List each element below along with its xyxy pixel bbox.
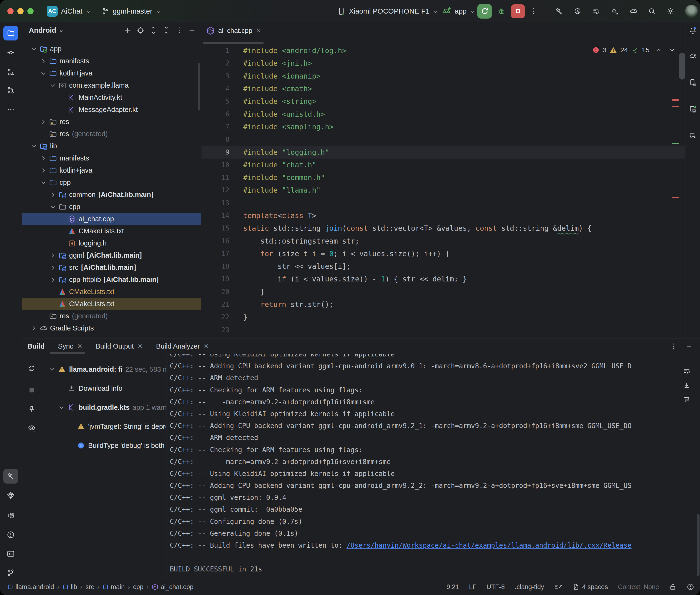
- tree-item[interactable]: res: [22, 116, 201, 128]
- zoom-window-button[interactable]: [27, 8, 34, 14]
- settings-button[interactable]: [666, 7, 674, 15]
- build-tab-build-analyzer[interactable]: Build Analyzer✕: [156, 342, 209, 350]
- prev-problem-icon[interactable]: [655, 47, 662, 54]
- breadcrumb-src[interactable]: src: [85, 583, 94, 591]
- line-number[interactable]: 2: [201, 59, 239, 67]
- chev-d-icon[interactable]: [39, 178, 48, 187]
- build-tree-item[interactable]: llama.android: fi22 sec, 583 ms: [43, 360, 166, 379]
- editor-scrollbar[interactable]: [679, 53, 685, 80]
- build-output-path-link[interactable]: /Users/hanyin/Workspace/ai-chat/examples…: [346, 541, 632, 549]
- tree-item[interactable]: manifests: [22, 152, 201, 164]
- stop-button[interactable]: [511, 4, 525, 18]
- tool-strip-running-devices[interactable]: [686, 103, 700, 116]
- build-tab-build-output[interactable]: Build Output✕: [96, 342, 143, 350]
- tool-strip-version-control[interactable]: [3, 565, 18, 580]
- close-tab-icon[interactable]: ✕: [204, 343, 209, 350]
- breadcrumb-main[interactable]: main: [103, 583, 125, 591]
- tool-strip-commit[interactable]: [3, 45, 18, 60]
- chev-d-icon[interactable]: [39, 69, 48, 77]
- error-stripe-mark[interactable]: [672, 106, 679, 107]
- attach-debugger-button[interactable]: [611, 7, 619, 15]
- line-number[interactable]: 19: [201, 275, 239, 283]
- user-avatar[interactable]: [685, 5, 698, 18]
- build-options-kebab-icon[interactable]: [670, 342, 677, 350]
- clang-tidy[interactable]: .clang-tidy: [515, 583, 544, 591]
- tree-item[interactable]: res(generated): [22, 128, 201, 140]
- tree-item[interactable]: com.example.llama: [22, 79, 201, 91]
- tree-item[interactable]: MessageAdapter.kt: [22, 104, 201, 116]
- close-window-button[interactable]: [7, 8, 13, 14]
- chev-r-icon[interactable]: [39, 57, 48, 65]
- tree-item[interactable]: cpp-httplib[AiChat.lib.main]: [22, 274, 201, 286]
- indent-widget[interactable]: 4 spaces: [572, 583, 608, 591]
- project-widget[interactable]: AC AiChat ⌄: [47, 0, 91, 22]
- tree-item[interactable]: kotlin+java: [22, 67, 201, 79]
- chev-r-icon[interactable]: [48, 251, 57, 259]
- rerun-button[interactable]: [477, 4, 492, 19]
- project-view-selector[interactable]: Android: [29, 26, 56, 34]
- build-tree-item[interactable]: Download info: [43, 379, 166, 398]
- formatter-icon[interactable]: [554, 583, 562, 591]
- gradle-elephant-button[interactable]: [629, 7, 637, 15]
- tree-item[interactable]: manifests: [22, 55, 201, 67]
- preview-icon[interactable]: [27, 423, 36, 433]
- tree-item[interactable]: CMakeLists.txt: [22, 298, 201, 310]
- chev-d-icon[interactable]: [57, 403, 66, 412]
- caret-position[interactable]: 9:21: [447, 583, 459, 591]
- build-tree-item[interactable]: BuildType 'debug' is both de: [43, 436, 166, 455]
- build-tree-item[interactable]: 'jvmTarget: String' is deprec: [43, 417, 166, 436]
- line-number[interactable]: 16: [201, 237, 239, 245]
- tool-strip-app-insights[interactable]: [3, 488, 18, 503]
- chev-r-icon[interactable]: [48, 263, 57, 272]
- build-hammer-button[interactable]: [555, 7, 563, 15]
- next-problem-icon[interactable]: [669, 47, 676, 54]
- line-number[interactable]: 14: [201, 212, 239, 220]
- expand-all-button[interactable]: [149, 26, 158, 34]
- chev-r-icon[interactable]: [48, 276, 57, 284]
- context-widget[interactable]: Context: None: [618, 583, 659, 591]
- file-encoding[interactable]: UTF-8: [486, 583, 505, 591]
- error-stripe-mark[interactable]: [672, 197, 679, 198]
- tree-item[interactable]: cpp: [22, 201, 201, 213]
- more-v-button[interactable]: [175, 26, 184, 34]
- close-tab-icon[interactable]: [256, 28, 262, 34]
- tree-item[interactable]: CMakeLists.txt: [22, 286, 201, 298]
- hide-button[interactable]: [188, 26, 196, 34]
- line-number[interactable]: 7: [201, 123, 239, 131]
- tool-strip-notifications[interactable]: [686, 24, 700, 37]
- scroll-to-end-icon[interactable]: [682, 381, 692, 390]
- chev-d-icon[interactable]: [48, 81, 57, 89]
- tool-strip-project[interactable]: [3, 26, 18, 40]
- line-number[interactable]: 13: [201, 199, 239, 207]
- tree-item[interactable]: res(generated): [22, 310, 201, 322]
- chev-r-icon[interactable]: [29, 324, 38, 332]
- soft-wrap-icon[interactable]: [682, 366, 692, 376]
- hide-build-panel-icon[interactable]: [685, 342, 693, 350]
- run-anything-button[interactable]: A: [573, 7, 582, 15]
- breadcrumb-lib[interactable]: lib: [62, 583, 77, 591]
- line-ending[interactable]: LF: [469, 583, 477, 591]
- line-number[interactable]: 1: [201, 47, 239, 55]
- unlock-icon[interactable]: [669, 583, 677, 591]
- chev-r-icon[interactable]: [39, 154, 48, 162]
- chev-d-icon[interactable]: [48, 203, 57, 211]
- breadcrumb-ai_chat.cpp[interactable]: Cai_chat.cpp: [152, 583, 193, 591]
- error-stripe-mark[interactable]: [672, 99, 679, 101]
- line-number[interactable]: 18: [201, 262, 239, 270]
- tool-strip-problems[interactable]: [3, 528, 18, 542]
- chev-d-icon[interactable]: [29, 142, 38, 150]
- line-number[interactable]: 20: [201, 288, 239, 296]
- stop-square-icon[interactable]: [27, 386, 36, 395]
- tree-item[interactable]: MainActivity.kt: [22, 91, 201, 104]
- tool-strip-gradle-elephant[interactable]: [686, 49, 700, 63]
- recent-activities-button[interactable]: [592, 7, 600, 15]
- tool-strip-logcat[interactable]: [3, 508, 18, 523]
- minimize-window-button[interactable]: [18, 8, 24, 14]
- close-tab-icon[interactable]: ✕: [77, 343, 82, 350]
- line-number[interactable]: 21: [201, 301, 239, 308]
- build-console[interactable]: C/C++: -- Using KleidiAI optimized kerne…: [166, 354, 700, 579]
- debug-button[interactable]: [497, 6, 506, 16]
- line-number[interactable]: 23: [201, 326, 239, 334]
- breadcrumb-llama.android[interactable]: llama.android: [7, 583, 54, 591]
- breadcrumb-cpp[interactable]: cpp: [133, 583, 144, 591]
